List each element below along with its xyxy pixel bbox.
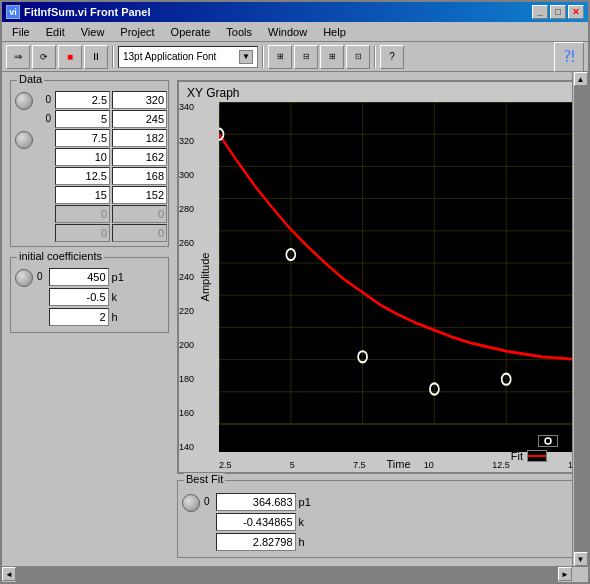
legend-data-swatch [538, 435, 558, 447]
legend-fit-swatch [527, 450, 547, 462]
x-tick-7.5: 7.5 [353, 460, 366, 470]
y-tick-320: 320 [179, 136, 194, 146]
y-tick-300: 300 [179, 170, 194, 180]
run-arrow-button[interactable]: ⇒ [6, 45, 30, 69]
data-cell-2-y[interactable]: 182 [112, 129, 167, 147]
coeff-p1-label: p1 [112, 271, 130, 283]
svg-point-25 [545, 438, 551, 444]
legend-fit-icon [528, 451, 546, 461]
y-tick-340: 340 [179, 102, 194, 112]
order-button[interactable]: ⊡ [346, 45, 370, 69]
abort-button[interactable]: ■ [58, 45, 82, 69]
font-selector[interactable]: 13pt Application Font ▼ [118, 46, 258, 68]
context-help-button[interactable]: ⁈ [554, 42, 584, 72]
right-panel: XY Graph Amplitude Time [177, 72, 588, 566]
initial-coeff-label: initial coefficients [17, 250, 104, 262]
resize-icon: ⊞ [329, 52, 336, 61]
abort-icon: ■ [67, 51, 73, 62]
coeff-knob[interactable] [15, 269, 33, 287]
legend-data-icon [539, 436, 557, 446]
pause-button[interactable]: ⏸ [84, 45, 108, 69]
data-knob-1[interactable] [15, 92, 33, 110]
app-icon: vi [6, 5, 20, 19]
data-cell-2-x[interactable]: 7.5 [55, 129, 110, 147]
run-continuously-button[interactable]: ⟳ [32, 45, 56, 69]
svg-rect-0 [219, 102, 578, 452]
font-value: 13pt Application Font [123, 51, 216, 62]
best-fit-knob[interactable] [182, 494, 200, 512]
coeff-p1-value[interactable]: 450 [49, 268, 109, 286]
window-title: FitInfSum.vi Front Panel [24, 6, 151, 18]
data-cell-3-x[interactable]: 10 [55, 148, 110, 166]
data-cell-4-y[interactable]: 168 [112, 167, 167, 185]
data-cell-4-x[interactable]: 12.5 [55, 167, 110, 185]
data-cell-1-x[interactable]: 5 [55, 110, 110, 128]
toolbar-sep-2 [262, 46, 264, 68]
best-fit-h-value[interactable]: 2.82798 [216, 533, 296, 551]
menu-operate[interactable]: Operate [163, 24, 219, 40]
y-tick-200: 200 [179, 340, 194, 350]
coeff-h-value[interactable]: 2 [49, 308, 109, 326]
data-cell-0-x[interactable]: 2.5 [55, 91, 110, 109]
align-button[interactable]: ⊞ [268, 45, 292, 69]
data-cell-6-y[interactable]: 0 [112, 205, 167, 223]
bottom-section: Best Fit 0 364.683 p1 -0.434865 k [177, 480, 584, 558]
scroll-down-button[interactable]: ▼ [574, 552, 588, 566]
help-button[interactable]: ? [380, 45, 404, 69]
scroll-up-button[interactable]: ▲ [574, 72, 588, 86]
y-axis-label: Amplitude [199, 253, 211, 302]
coeff-index: 0 [37, 268, 43, 286]
maximize-button[interactable]: □ [550, 5, 566, 19]
best-fit-panel: Best Fit 0 364.683 p1 -0.434865 k [177, 480, 584, 558]
data-cell-3-y[interactable]: 162 [112, 148, 167, 166]
data-index-0: 0 [37, 91, 51, 109]
data-cell-6-x[interactable]: 0 [55, 205, 110, 223]
resize-button[interactable]: ⊞ [320, 45, 344, 69]
menu-view[interactable]: View [73, 24, 113, 40]
graph-container: Amplitude Time [219, 102, 578, 452]
scroll-left-button[interactable]: ◄ [2, 567, 16, 581]
data-cell-5-y[interactable]: 152 [112, 186, 167, 204]
y-tick-140: 140 [179, 442, 194, 452]
scroll-track-h[interactable] [16, 567, 558, 582]
font-dropdown-arrow[interactable]: ▼ [239, 50, 253, 64]
x-tick-5: 5 [290, 460, 295, 470]
scroll-right-button[interactable]: ► [558, 567, 572, 581]
coeff-k-label: k [112, 291, 130, 303]
distribute-button[interactable]: ⊟ [294, 45, 318, 69]
legend-fit-row: Fit [511, 450, 558, 462]
minimize-button[interactable]: _ [532, 5, 548, 19]
y-tick-160: 160 [179, 408, 194, 418]
y-tick-260: 260 [179, 238, 194, 248]
y-tick-180: 180 [179, 374, 194, 384]
data-cell-0-y[interactable]: 320 [112, 91, 167, 109]
title-bar-controls: _ □ ✕ [532, 5, 584, 19]
graph-canvas[interactable]: 340 [219, 102, 578, 452]
data-cell-5-x[interactable]: 15 [55, 186, 110, 204]
order-icon: ⊡ [355, 52, 362, 61]
context-help-icon: ⁈ [563, 47, 575, 66]
best-fit-index: 0 [204, 493, 210, 511]
data-cell-1-y[interactable]: 245 [112, 110, 167, 128]
initial-coeff-panel: initial coefficients 0 450 p1 -0.5 k [10, 257, 169, 333]
run-continuously-icon: ⟳ [40, 52, 48, 62]
best-fit-k-value[interactable]: -0.434865 [216, 513, 296, 531]
close-button[interactable]: ✕ [568, 5, 584, 19]
menu-file[interactable]: File [4, 24, 38, 40]
scroll-track-v[interactable] [574, 86, 588, 552]
y-tick-280: 280 [179, 204, 194, 214]
coeff-k-value[interactable]: -0.5 [49, 288, 109, 306]
graph-svg: 340 [219, 102, 578, 452]
data-cell-7-x[interactable]: 0 [55, 224, 110, 242]
data-cell-7-y[interactable]: 0 [112, 224, 167, 242]
data-knob-2[interactable] [15, 131, 33, 149]
best-fit-p1-label: p1 [299, 496, 317, 508]
data-panel-label: Data [17, 73, 44, 85]
menu-help[interactable]: Help [315, 24, 354, 40]
best-fit-p1-value[interactable]: 364.683 [216, 493, 296, 511]
help-icon: ? [389, 51, 395, 62]
menu-window[interactable]: Window [260, 24, 315, 40]
menu-tools[interactable]: Tools [218, 24, 260, 40]
menu-project[interactable]: Project [112, 24, 162, 40]
menu-edit[interactable]: Edit [38, 24, 73, 40]
